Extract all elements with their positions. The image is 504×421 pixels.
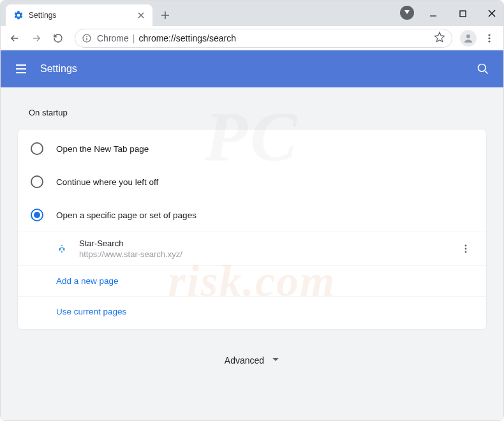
use-current-pages-link[interactable]: Use current pages (18, 296, 486, 327)
svg-rect-0 (460, 11, 466, 17)
tab-title: Settings (29, 11, 56, 20)
svg-point-4 (466, 34, 470, 38)
window-controls (426, 1, 500, 26)
advanced-label: Advanced (225, 355, 264, 366)
new-tab-button[interactable] (156, 6, 174, 24)
close-window-button[interactable] (484, 6, 500, 21)
hamburger-menu-icon[interactable] (12, 60, 30, 78)
section-title: On startup (29, 108, 483, 117)
startup-page-name: Star-Search (79, 239, 182, 248)
browser-menu-icon[interactable] (480, 29, 498, 47)
search-icon[interactable] (474, 60, 492, 78)
page-info: Star-Search https://www.star-search.xyz/ (79, 239, 182, 259)
extension-badge-icon[interactable] (400, 6, 414, 20)
settings-title: Settings (40, 63, 77, 75)
radio-label: Open a specific page or set of pages (56, 211, 196, 220)
url-path: chrome://settings/search (138, 33, 236, 43)
startup-page-row: Star-Search https://www.star-search.xyz/ (18, 232, 486, 265)
radio-label: Continue where you left off (56, 177, 158, 187)
chevron-down-icon (272, 355, 279, 366)
reload-button[interactable] (49, 29, 67, 47)
startup-card: Open the New Tab page Continue where you… (17, 129, 487, 330)
svg-point-5 (488, 34, 490, 36)
svg-point-11 (465, 251, 467, 253)
svg-point-2 (86, 36, 87, 37)
svg-point-6 (488, 37, 490, 39)
svg-point-8 (478, 64, 486, 72)
maximize-button[interactable] (455, 6, 470, 21)
settings-gear-icon (13, 10, 24, 20)
radio-icon-selected (31, 209, 43, 221)
bookmark-star-icon[interactable] (434, 31, 445, 45)
tab-strip: Settings (1, 1, 503, 26)
radio-label: Open the New Tab page (56, 144, 149, 154)
settings-header: Settings (1, 50, 503, 87)
radio-icon (31, 142, 43, 155)
browser-toolbar: Chrome | chrome://settings/search (1, 26, 503, 50)
radio-continue[interactable]: Continue where you left off (18, 165, 486, 198)
minimize-button[interactable] (426, 6, 441, 21)
page-favicon-icon (56, 243, 68, 255)
add-new-page-link[interactable]: Add a new page (18, 265, 486, 296)
svg-point-9 (465, 245, 467, 247)
back-button[interactable] (6, 29, 24, 47)
close-tab-icon[interactable] (136, 10, 146, 20)
startup-page-url: https://www.star-search.xyz/ (79, 249, 182, 259)
page-more-icon[interactable] (458, 241, 473, 256)
svg-point-10 (465, 248, 467, 250)
url-separator: | (133, 33, 135, 43)
advanced-toggle[interactable]: Advanced (17, 330, 487, 378)
url-origin: Chrome (97, 33, 129, 43)
forward-button[interactable] (27, 29, 45, 47)
content-scroll-area[interactable]: PC risk.com On startup Open the New Tab … (1, 87, 503, 421)
radio-open-new-tab[interactable]: Open the New Tab page (18, 132, 486, 165)
browser-tab-settings[interactable]: Settings (6, 4, 152, 26)
profile-avatar[interactable] (460, 30, 477, 47)
address-bar[interactable]: Chrome | chrome://settings/search (75, 29, 452, 48)
radio-specific-page[interactable]: Open a specific page or set of pages (18, 198, 486, 232)
site-info-icon[interactable] (82, 33, 92, 43)
radio-icon (31, 175, 43, 188)
svg-rect-3 (86, 38, 87, 40)
content: PC risk.com On startup Open the New Tab … (1, 87, 503, 394)
svg-point-7 (488, 40, 490, 42)
